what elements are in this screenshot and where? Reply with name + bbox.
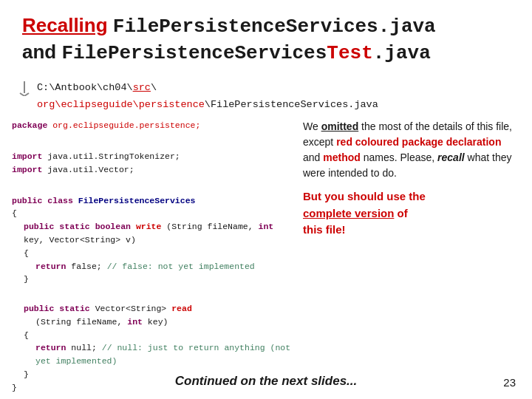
filepath-line2: org\eclipseguide\persistence\FilePersist… [37, 97, 378, 114]
page-number: 23 [503, 376, 516, 389]
code-method2-sig2: (String fileName, int key) [12, 316, 293, 329]
code-m2-return: return null; // null: just to return any… [12, 341, 293, 368]
arrow-icon [16, 80, 33, 99]
code-class-line: public class FilePersistenceServices [12, 194, 293, 208]
m1-boolean: boolean [95, 222, 131, 231]
code-block: package org.eclipseguide.persistence; im… [12, 119, 293, 394]
and-text: and [22, 41, 56, 63]
code-m1-return: return false; // false: not yet implemen… [12, 260, 293, 273]
code-method2-sig1: public static Vector<String> read [12, 302, 293, 316]
m2-vector: Vector<String> [95, 304, 172, 313]
red-method: method [323, 151, 361, 163]
file2-java-text: .java [373, 42, 431, 64]
m1-static: static [59, 222, 89, 231]
filepath-lines: C:\Antbook\ch04\src\ org\eclipseguide\pe… [37, 80, 378, 114]
code-blank2 [12, 181, 293, 194]
package-value: org.eclipseguide.persistence; [52, 120, 200, 130]
code-blank1 [12, 137, 293, 150]
m2-params: (String fileName, [35, 317, 127, 327]
class-keyword: class [47, 196, 73, 205]
code-import1-line: import java.util.StringTokenizer; [12, 150, 293, 163]
code-method1-sig: public static boolean write (String file… [12, 220, 293, 247]
package-keyword: package [12, 120, 47, 130]
code-import2-line: import java.util.Vector; [12, 163, 293, 177]
comment1: // false: not yet implemented [107, 262, 255, 271]
recall-text: recall [437, 151, 465, 163]
m1-params: (String fileName, [166, 222, 258, 231]
import2-keyword: import [12, 165, 42, 174]
m1-params2: key, Vector<String> v) [24, 235, 136, 245]
code-blank3 [12, 289, 293, 302]
return1-kw: return [35, 262, 66, 271]
code-section: package org.eclipseguide.persistence; im… [12, 119, 293, 394]
import1-value: java.util.StringTokenizer; [47, 151, 180, 161]
code-open-brace: { [12, 207, 293, 220]
filepath-section: C:\Antbook\ch04\src\ org\eclipseguide\pe… [0, 74, 532, 117]
header: Recalling FilePersistenceServices.java a… [0, 0, 532, 74]
m2-params2: key) [143, 317, 168, 327]
return1-val: false; [71, 262, 106, 271]
file2-test-text: Test [327, 42, 372, 64]
footer: Continued on the next slides... [0, 374, 532, 389]
file1-text: FilePersistenceServices.java [113, 16, 436, 38]
main-content: package org.eclipseguide.persistence; im… [0, 116, 532, 394]
header-title: Recalling FilePersistenceServices.java a… [22, 13, 510, 66]
return2-kw: return [35, 343, 66, 352]
recalling-text: Recalling [22, 14, 108, 36]
m2-read: read [171, 304, 192, 313]
highlight-text: But you should use the complete version … [303, 188, 517, 239]
highlight-box: But you should use the complete version … [303, 188, 517, 239]
code-package-line: package org.eclipseguide.persistence; [12, 119, 293, 132]
m2-int: int [127, 317, 143, 327]
code-m2-open: { [12, 329, 293, 342]
omitted-text: omitted [321, 120, 359, 132]
svg-line-2 [24, 93, 29, 96]
public-keyword: public [12, 196, 42, 205]
svg-line-1 [20, 93, 24, 96]
desc-paragraph: We omitted the most of the details of th… [303, 119, 517, 181]
import1-keyword: import [12, 151, 42, 161]
import2-value: java.util.Vector; [47, 165, 134, 174]
filepath-src: src [133, 82, 151, 93]
slide: Recalling FilePersistenceServices.java a… [0, 0, 532, 399]
filepath-org: org\eclipseguide\persistence [37, 99, 205, 110]
description-section: We omitted the most of the details of th… [300, 119, 520, 394]
complete-version-text: complete version [303, 207, 394, 219]
class-name: FilePersistenceServices [78, 196, 196, 205]
m1-int: int [259, 222, 274, 231]
red-package: red coloured package declaration [336, 136, 501, 148]
filepath-line1: C:\Antbook\ch04\src\ [37, 80, 378, 97]
m1-write: write [136, 222, 162, 231]
m2-public: public [24, 304, 54, 313]
code-m1-open: { [12, 247, 293, 260]
return2-val: null; [71, 343, 101, 352]
file2-text: FilePersistenceServices [61, 42, 327, 64]
m1-public: public [24, 222, 54, 231]
m2-static: static [59, 304, 89, 313]
code-m1-close: } [12, 273, 293, 286]
continued-text: Continued on the next slides... [175, 374, 358, 388]
